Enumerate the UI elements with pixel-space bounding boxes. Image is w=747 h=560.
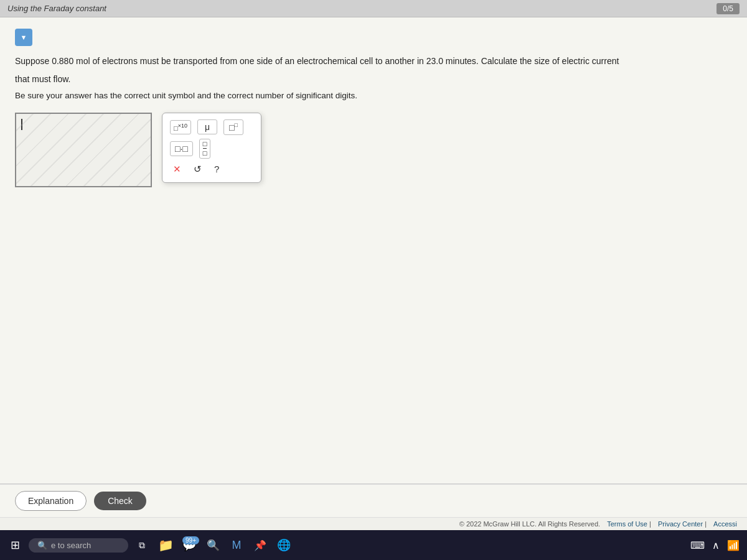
taskbar-right-area: ⌨ ∧ 📶 [688, 537, 742, 554]
help-button[interactable]: ? [211, 162, 222, 175]
taskview-button[interactable]: ⧉ [132, 535, 152, 555]
math-toolbar: □×10 μ □□ □·□ □ □ [162, 113, 261, 183]
superscript-button[interactable]: □□ [223, 119, 243, 135]
exponent-x10-button[interactable]: □×10 [170, 120, 191, 134]
search-icon: 🔍 [37, 541, 47, 550]
dot-product-button[interactable]: □·□ [170, 141, 193, 156]
page-title: Using the Faraday constant [7, 4, 106, 13]
question-line1: Suppose 0.880 mol of electrons must be t… [15, 55, 700, 68]
copyright-bar: © 2022 McGraw Hill LLC. All Rights Reser… [0, 517, 747, 530]
file-explorer-icon[interactable]: 📁 [156, 535, 176, 555]
taskbar: ⊞ 🔍 e to search ⧉ 📁 💬 99+ 🔍 M 📌 🌐 ⌨ ∧ 📶 [0, 530, 747, 560]
question-line2: that must flow. [15, 73, 700, 86]
system-tray-icon[interactable]: ⌨ [688, 537, 707, 554]
search-taskbar-icon[interactable]: 🔍 [203, 535, 223, 555]
access-link[interactable]: Accessi [713, 520, 737, 528]
main-content: Suppose 0.880 mol of electrons must be t… [0, 17, 747, 483]
chevron-up-icon[interactable]: ∧ [710, 537, 722, 554]
cancel-button[interactable]: ✕ [170, 162, 184, 176]
edge-browser-icon[interactable]: 🌐 [274, 535, 294, 555]
math-toolbar-row1: □×10 μ □□ [170, 119, 253, 135]
collapse-button[interactable] [15, 29, 32, 46]
footer-area: Explanation Check © 2022 McGraw Hill LLC… [0, 483, 747, 530]
empty-space [15, 200, 732, 477]
explanation-button[interactable]: Explanation [15, 491, 87, 511]
taskbar-search[interactable]: 🔍 e to search [29, 538, 128, 553]
answer-input[interactable] [15, 113, 152, 187]
math-toolbar-row2: □·□ □ □ [170, 139, 253, 159]
fraction-numerator: □ [203, 141, 207, 149]
copyright-text: © 2022 McGraw Hill LLC. All Rights Reser… [459, 520, 600, 528]
terms-link[interactable]: Terms of Use [607, 520, 647, 528]
bottom-buttons-bar: Explanation Check [0, 484, 747, 517]
fraction-denominator: □ [203, 149, 207, 157]
wifi-icon[interactable]: 📶 [725, 537, 742, 554]
app-icon-1[interactable]: M [227, 535, 247, 555]
privacy-link[interactable]: Privacy Center [658, 520, 703, 528]
windows-start-button[interactable]: ⊞ [5, 535, 25, 555]
check-button[interactable]: Check [94, 492, 146, 510]
score-badge: 0/5 [716, 3, 740, 14]
mu-button[interactable]: μ [197, 119, 217, 134]
search-text: e to search [51, 541, 91, 550]
notification-count: 99+ [182, 536, 199, 544]
app-icon-2[interactable]: 📌 [250, 535, 270, 555]
top-bar: Using the Faraday constant 0/5 [0, 0, 747, 17]
text-cursor [21, 119, 22, 130]
notifications-icon[interactable]: 💬 99+ [179, 535, 199, 555]
math-toolbar-row3: ✕ ↺ ? [170, 162, 253, 176]
fraction-button[interactable]: □ □ [199, 139, 211, 159]
question-subtext: Be sure your answer has the correct unit… [15, 91, 732, 100]
undo-button[interactable]: ↺ [190, 162, 205, 176]
answer-row: □×10 μ □□ □·□ □ □ [15, 113, 732, 187]
